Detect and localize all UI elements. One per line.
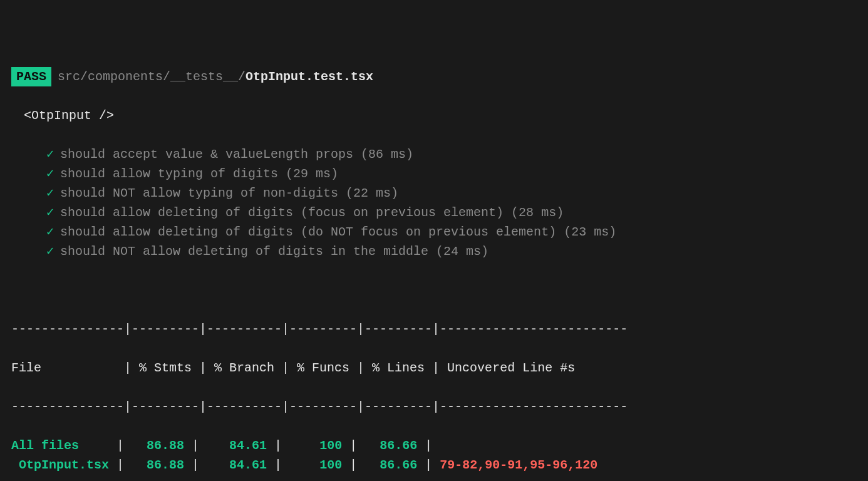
coverage-stmts: 86.88 (132, 438, 192, 453)
coverage-funcs: 100 (289, 458, 349, 472)
blank-line (11, 281, 857, 300)
test-description: should NOT allow deleting of digits in t… (60, 244, 488, 259)
check-icon: ✓ (46, 242, 60, 261)
check-icon: ✓ (46, 184, 60, 203)
test-result-line: ✓should NOT allow typing of non-digits (… (46, 184, 857, 203)
coverage-lines: 86.66 (364, 458, 425, 472)
coverage-row: All files | 86.88 | 84.61 | 100 | 86.66 … (11, 436, 857, 455)
coverage-lines: 86.66 (364, 438, 425, 453)
test-result-line: ✓should accept value & valueLength props… (46, 145, 857, 164)
pass-badge: PASS (11, 67, 51, 86)
test-description: should accept value & valueLength props … (60, 147, 413, 162)
suite-name: <OtpInput /> (24, 106, 857, 125)
test-description: should allow deleting of digits (do NOT … (60, 225, 616, 239)
check-icon: ✓ (46, 222, 60, 242)
test-result-line: ✓should NOT allow deleting of digits in … (46, 242, 857, 261)
coverage-row: OtpInput.tsx | 86.88 | 84.61 | 100 | 86.… (11, 455, 857, 475)
coverage-file: OtpInput.tsx (11, 458, 116, 472)
coverage-funcs: 100 (289, 438, 349, 453)
coverage-sep-header: ---------------|---------|----------|---… (11, 397, 857, 416)
coverage-branch: 84.61 (207, 438, 274, 453)
coverage-file: All files (11, 438, 116, 453)
coverage-header: File | % Stmts | % Branch | % Funcs | % … (11, 358, 857, 378)
test-description: should allow typing of digits (29 ms) (60, 167, 338, 181)
file-path-name: OtpInput.test.tsx (245, 70, 373, 84)
test-file-header: PASSsrc/components/__tests__/OtpInput.te… (11, 67, 857, 86)
coverage-branch: 84.61 (207, 458, 274, 472)
coverage-stmts: 86.88 (132, 458, 192, 472)
test-description: should allow deleting of digits (focus o… (60, 205, 564, 220)
check-icon: ✓ (46, 203, 60, 222)
test-description: should NOT allow typing of non-digits (2… (60, 186, 398, 200)
check-icon: ✓ (46, 164, 60, 184)
test-result-line: ✓should allow deleting of digits (focus … (46, 203, 857, 222)
coverage-sep-top: ---------------|---------|----------|---… (11, 319, 857, 339)
coverage-rows: All files | 86.88 | 84.61 | 100 | 86.66 … (11, 436, 857, 475)
coverage-uncovered: 79-82,90-91,95-96,120 (440, 458, 597, 472)
test-result-line: ✓should allow deleting of digits (do NOT… (46, 222, 857, 242)
test-result-line: ✓should allow typing of digits (29 ms) (46, 164, 857, 184)
file-path-dir: src/components/__tests__/ (58, 70, 245, 84)
check-icon: ✓ (46, 145, 60, 164)
tests-list: ✓should accept value & valueLength props… (11, 145, 857, 261)
